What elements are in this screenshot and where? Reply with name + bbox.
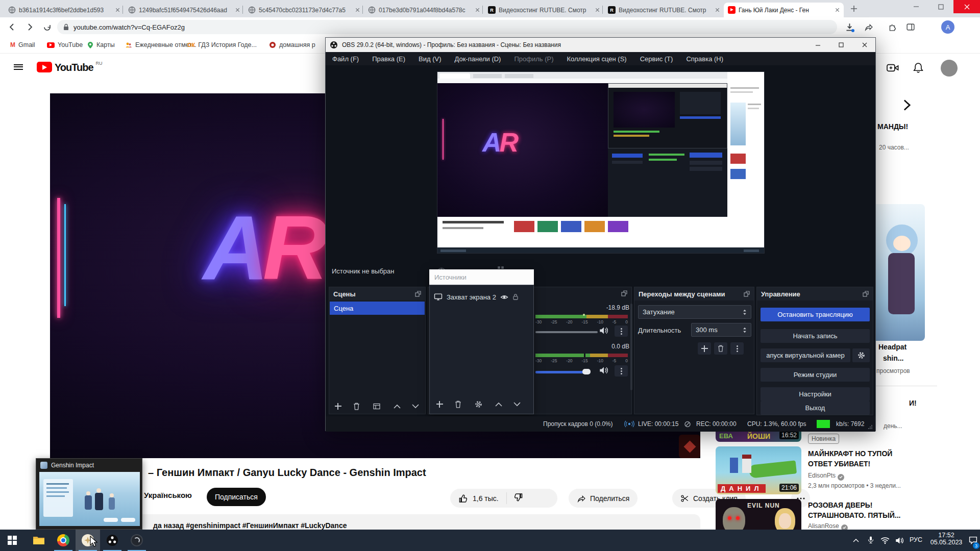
stop-streaming-button[interactable]: Остановить трансляцию	[761, 308, 870, 321]
studio-mode-button[interactable]: Режим студии	[761, 368, 870, 382]
volume-slider-handle[interactable]	[582, 369, 591, 374]
menu-edit[interactable]: Правка (E)	[365, 55, 412, 63]
scene-down-button[interactable]	[410, 400, 421, 412]
transition-options-button[interactable]	[730, 342, 744, 355]
tab-close-icon[interactable]	[715, 8, 720, 12]
clock[interactable]: 17:52 05.05.2023	[927, 532, 966, 546]
language-indicator[interactable]: РУС	[910, 536, 922, 543]
browser-tab-4[interactable]: 017be3d0b791a044f8bd4a578c	[364, 3, 484, 17]
side-panel-button[interactable]	[904, 21, 917, 33]
obs-close-button[interactable]	[853, 38, 876, 52]
launcher-taskbar-button[interactable]	[125, 530, 149, 551]
downloads-button[interactable]	[843, 21, 855, 33]
video-title-line1[interactable]: РОЗОВАЯ ДВЕРЬ!	[808, 501, 872, 509]
start-button[interactable]	[0, 530, 24, 551]
dislike-button[interactable]	[513, 493, 523, 504]
video-title-line1[interactable]: МАЙНКРАФТ НО ТУПОЙ	[808, 449, 892, 458]
bookmark-daily[interactable]: Ежедневные отмет...	[125, 40, 197, 50]
obs-maximize-button[interactable]	[829, 38, 853, 52]
popout-icon[interactable]	[863, 291, 869, 297]
tray-expand-button[interactable]	[848, 530, 864, 551]
scene-filters-button[interactable]	[371, 400, 382, 412]
mixer-ch2-options-button[interactable]	[615, 365, 628, 377]
virtual-camera-button[interactable]: апуск виртуальной камер	[761, 348, 850, 362]
youtube-avatar[interactable]	[941, 60, 958, 77]
add-source-button[interactable]	[434, 398, 445, 410]
remove-transition-button[interactable]	[714, 342, 727, 355]
tab-close-icon[interactable]	[115, 8, 120, 12]
file-explorer-button[interactable]	[27, 530, 51, 551]
bookmark-home[interactable]: домашняя р	[269, 40, 315, 50]
shorts-title-line1[interactable]: Headpat	[878, 343, 906, 351]
share-button[interactable]: Поделиться	[569, 489, 638, 508]
obs-preview-canvas[interactable]: AR	[437, 71, 765, 254]
start-recording-button[interactable]: Начать запись	[761, 329, 870, 343]
browser-tab-5[interactable]: R Видеохостинг RUTUBE. Смотр	[484, 3, 604, 17]
browser-avatar[interactable]: A	[941, 20, 954, 34]
add-scene-button[interactable]	[332, 400, 344, 412]
related-title-fragment[interactable]: МАНДЫ!	[877, 122, 908, 131]
add-transition-button[interactable]	[698, 342, 711, 355]
forward-button[interactable]	[23, 21, 36, 33]
tab-close-icon[interactable]	[475, 8, 480, 12]
chips-scroll-right-button[interactable]	[901, 99, 913, 113]
menu-docks[interactable]: Док-панели (D)	[448, 55, 508, 63]
like-button[interactable]	[458, 494, 468, 503]
chrome-taskbar-button[interactable]	[51, 530, 76, 551]
browser-tab-active[interactable]: Гань Юй Лаки Денс - Ген	[724, 3, 844, 17]
shorts-title-line2[interactable]: shin...	[883, 354, 903, 362]
youtube-logo[interactable]: YouTube RU	[37, 62, 103, 73]
tab-close-icon[interactable]	[595, 8, 600, 12]
tab-close-icon[interactable]	[355, 8, 360, 12]
video-title-line2[interactable]: ОТВЕТ УБИВАЕТ!	[808, 460, 870, 468]
reload-button[interactable]	[41, 21, 53, 33]
menu-scene-collection[interactable]: Коллекция сцен (S)	[560, 55, 633, 63]
browser-tab-1[interactable]: b361a1914c3f6bef2ddbe1d593	[4, 3, 124, 17]
share-button[interactable]	[863, 21, 875, 33]
scene-up-button[interactable]	[391, 400, 403, 412]
source-properties-button[interactable]	[473, 398, 484, 410]
tray-network-button[interactable]	[878, 530, 892, 551]
video-title-fragment[interactable]: И!	[909, 399, 917, 407]
menu-view[interactable]: Вид (V)	[412, 55, 448, 63]
duration-spinner[interactable]: 300 ms	[691, 323, 751, 337]
speaker-icon[interactable]	[599, 327, 608, 335]
browser-tab-2[interactable]: 1249bafc51f6549475426d46aad	[124, 3, 244, 17]
menu-profile[interactable]: Профиль (P)	[507, 55, 560, 63]
lock-icon[interactable]	[512, 293, 519, 300]
transition-type-select[interactable]: Затухание	[638, 305, 751, 319]
notifications-button[interactable]	[913, 62, 924, 76]
mixer-scrollbar[interactable]	[630, 304, 632, 390]
action-center-button[interactable]: 3	[966, 530, 980, 551]
bookmark-gmail[interactable]: MGmail	[10, 40, 35, 50]
mixer-ch1-volume-slider[interactable]	[535, 331, 598, 333]
address-bar[interactable]: youtube.com/watch?v=Cq-EGAFoz2g	[57, 20, 837, 34]
channel-name[interactable]: AlisanRose	[808, 522, 839, 530]
youtube-menu-button[interactable]	[14, 63, 23, 71]
extensions-button[interactable]	[886, 21, 898, 33]
popout-icon[interactable]	[621, 290, 627, 296]
tray-mic-button[interactable]	[864, 530, 878, 551]
obs-titlebar[interactable]: OBS 29.0.2 (64-bit, windows) - Профиль: …	[326, 38, 875, 52]
menu-file[interactable]: Файл (F)	[326, 55, 365, 63]
popout-icon[interactable]	[415, 291, 421, 297]
popup-thumbnail[interactable]	[39, 472, 140, 526]
source-down-button[interactable]	[511, 398, 523, 410]
menu-help[interactable]: Справка (H)	[679, 55, 730, 63]
obs-taskbar-button[interactable]	[100, 530, 125, 551]
scene-item-selected[interactable]: Сцена	[330, 302, 425, 315]
eye-icon[interactable]	[500, 294, 508, 300]
channel-name[interactable]: EdisonPts	[808, 472, 836, 479]
popout-icon[interactable]	[744, 291, 750, 297]
mixer-ch1-options-button[interactable]	[615, 325, 628, 337]
bookmark-maps[interactable]: Карты	[87, 40, 115, 50]
source-up-button[interactable]	[493, 398, 504, 410]
settings-button[interactable]: Настройки	[761, 387, 870, 401]
back-button[interactable]	[6, 21, 18, 33]
video-thumbnail[interactable]: ДАНИЛ 21:06	[716, 446, 801, 494]
remove-scene-button[interactable]	[351, 400, 362, 412]
video-title-line2[interactable]: СТРАШНОВАТО. ПЯТЫЙ...	[808, 511, 900, 519]
window-close-button[interactable]	[953, 0, 980, 13]
obs-minimize-button[interactable]	[806, 38, 829, 52]
virtual-camera-settings-button[interactable]	[852, 348, 870, 362]
